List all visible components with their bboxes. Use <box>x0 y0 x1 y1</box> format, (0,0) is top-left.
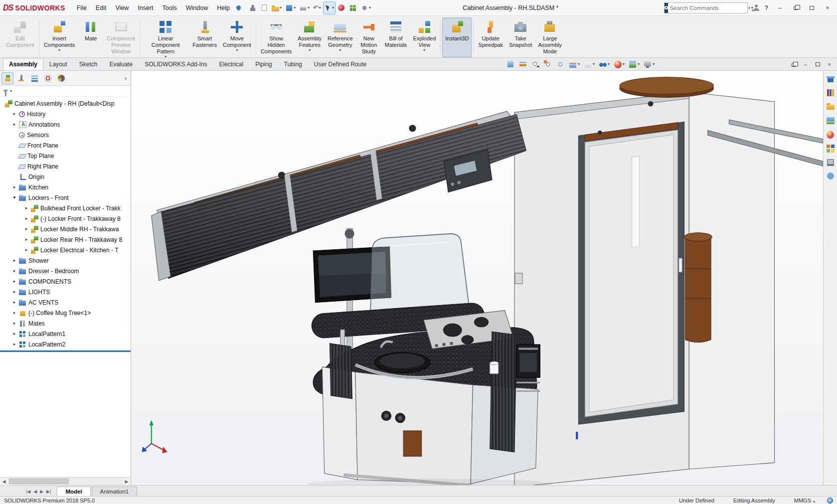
filter-funnel-icon[interactable] <box>3 90 8 96</box>
doc-restore-button[interactable] <box>788 60 799 69</box>
configurationmanager-tab[interactable] <box>28 72 40 84</box>
large-assembly-mode-button[interactable]: Large Assembly Mode <box>535 17 565 57</box>
tab-electrical[interactable]: Electrical <box>213 58 250 70</box>
tree-item-localpattern1[interactable]: LocalPattern1 <box>0 329 131 339</box>
tree-item-lights[interactable]: LIGHTS <box>0 287 131 297</box>
expand-arrow-icon[interactable] <box>23 237 30 242</box>
tree-item-ac-vents[interactable]: AC VENTS <box>0 297 131 308</box>
next-frame-button[interactable]: ▶ <box>40 489 43 494</box>
zoom-to-area-button[interactable] <box>543 60 552 69</box>
options-button[interactable] <box>359 2 372 14</box>
open-document-button[interactable] <box>271 2 283 14</box>
tree-item-dresser-bedroom[interactable]: Dresser - Bedroom <box>0 266 131 276</box>
zoom-to-fit-button[interactable] <box>531 60 540 69</box>
doc-maximize-button[interactable] <box>812 60 823 69</box>
expand-arrow-icon[interactable] <box>23 206 30 210</box>
web-help-globe-icon[interactable] <box>827 498 833 504</box>
measure-button[interactable] <box>518 60 527 69</box>
menu-insert[interactable]: Insert <box>133 2 158 13</box>
view-palette-icon[interactable] <box>826 116 836 126</box>
new-motion-study-button[interactable]: New Motion Study <box>356 17 382 57</box>
expand-arrow-icon[interactable] <box>11 311 18 315</box>
search-input[interactable] <box>668 5 749 11</box>
tree-item-kitchen[interactable]: Kitchen <box>0 182 131 192</box>
tree-item-history[interactable]: History <box>0 109 131 119</box>
display-style-button[interactable] <box>583 60 595 69</box>
menu-tools[interactable]: Tools <box>158 2 181 13</box>
custom-properties-icon[interactable] <box>826 158 836 168</box>
edit-component-button[interactable]: Edit Component <box>3 17 37 57</box>
expand-arrow-icon[interactable] <box>11 269 18 273</box>
help-button[interactable]: ? <box>763 4 770 11</box>
tab-tubing[interactable]: Tubing <box>278 58 308 70</box>
design-library-icon[interactable] <box>826 88 836 98</box>
smart-fasteners-button[interactable]: Smart Fasteners <box>189 17 220 57</box>
edit-appearance-button[interactable] <box>613 60 625 69</box>
tab-piping[interactable]: Piping <box>249 58 278 70</box>
chevron-down-icon[interactable] <box>10 89 12 93</box>
viewport-3d-scene[interactable] <box>131 71 823 485</box>
expand-arrow-icon[interactable] <box>11 122 18 127</box>
menu-view[interactable]: View <box>111 2 133 13</box>
user-account-icon[interactable] <box>753 4 760 11</box>
graphics-viewport[interactable] <box>131 71 823 485</box>
menu-edit[interactable]: Edit <box>91 2 111 13</box>
mate-button[interactable]: Mate <box>78 17 104 57</box>
tree-item-front-plane[interactable]: Front Plane <box>0 140 131 151</box>
search-icon[interactable] <box>749 6 750 9</box>
rotate-view-button[interactable] <box>556 60 565 69</box>
update-speedpak-button[interactable]: Update Speedpak <box>475 17 506 57</box>
tree-item-coffee-mug-tree[interactable]: (-) Coffee Mug Tree<1> <box>0 308 131 318</box>
model-tab[interactable]: Model <box>57 487 90 496</box>
insert-components-button[interactable]: Insert Components <box>41 17 78 57</box>
print-button[interactable] <box>298 2 311 14</box>
tree-item-root[interactable]: Cabinet Assembly - RH (Default<Disp <box>0 98 131 109</box>
tab-layout[interactable]: Layout <box>43 58 73 70</box>
collapse-arrow-icon[interactable] <box>11 195 18 200</box>
section-view-button[interactable] <box>568 60 580 69</box>
doc-close-button[interactable]: × <box>824 60 835 69</box>
appearance-sphere-button[interactable] <box>336 2 346 14</box>
scrollbar-thumb[interactable] <box>9 479 69 484</box>
expand-arrow-icon[interactable] <box>11 112 18 116</box>
solidworks-resources-icon[interactable] <box>826 74 836 84</box>
take-snapshot-button[interactable]: Take Snapshot <box>506 17 535 57</box>
tree-item-bulkhead-front-locker[interactable]: Bulkhead Front Locker - Trakk <box>0 203 131 213</box>
doc-minimize-button[interactable]: – <box>800 60 811 69</box>
tree-item-locker-rear-rh[interactable]: Locker Rear RH - Trakkaway 8 <box>0 234 131 245</box>
bill-of-materials-button[interactable]: Bill of Materials <box>382 17 410 57</box>
appearances-scenes-icon[interactable] <box>827 131 834 139</box>
tab-solidworks-add-ins[interactable]: SOLIDWORKS Add-Ins <box>139 58 213 70</box>
first-frame-button[interactable]: |◀ <box>26 489 30 494</box>
save-button[interactable] <box>284 2 297 14</box>
tree-item-sensors[interactable]: Sensors <box>0 130 131 140</box>
tree-item-origin[interactable]: Origin <box>0 171 131 182</box>
dimxpertmanager-tab[interactable] <box>42 72 54 84</box>
show-hidden-components-button[interactable]: Show Hidden Components <box>258 17 295 57</box>
tree-item-mates[interactable]: Mates <box>0 318 131 329</box>
tree-item-components[interactable]: COMPONENTS <box>0 276 131 287</box>
menu-window[interactable]: Window <box>181 2 212 13</box>
previous-frame-button[interactable]: ◀ <box>33 489 37 494</box>
assembly-features-button[interactable]: Assembly Features <box>295 17 325 57</box>
reference-geometry-button[interactable]: Reference Geometry <box>325 17 356 57</box>
new-document-button[interactable] <box>259 2 269 14</box>
component-preview-window-button[interactable]: Component Preview Window <box>104 17 138 57</box>
home-button[interactable] <box>248 2 258 14</box>
expand-arrow-icon[interactable] <box>23 248 30 252</box>
expand-arrow-icon[interactable] <box>23 227 30 231</box>
hide-show-items-button[interactable] <box>598 60 610 69</box>
expand-arrow-icon[interactable] <box>23 216 30 221</box>
forum-icon[interactable] <box>826 171 836 181</box>
tree-item-locker-electrical[interactable]: Locker Electrical - Kitchen - T <box>0 245 131 255</box>
expand-arrow-icon[interactable] <box>11 342 18 346</box>
command-search[interactable] <box>664 2 748 13</box>
tab-evaluate[interactable]: Evaluate <box>103 58 139 70</box>
tab-assembly[interactable]: Assembly <box>3 58 43 70</box>
expand-arrow-icon[interactable] <box>11 300 18 305</box>
tree-item-locker-middle-rh[interactable]: Locker Middle RH - Trakkawa <box>0 224 131 234</box>
scrollbar-track[interactable] <box>8 478 123 485</box>
expand-arrow-icon[interactable] <box>11 321 18 326</box>
restore-button[interactable] <box>789 2 802 13</box>
tab-user-defined-route[interactable]: User Defined Route <box>308 58 372 70</box>
